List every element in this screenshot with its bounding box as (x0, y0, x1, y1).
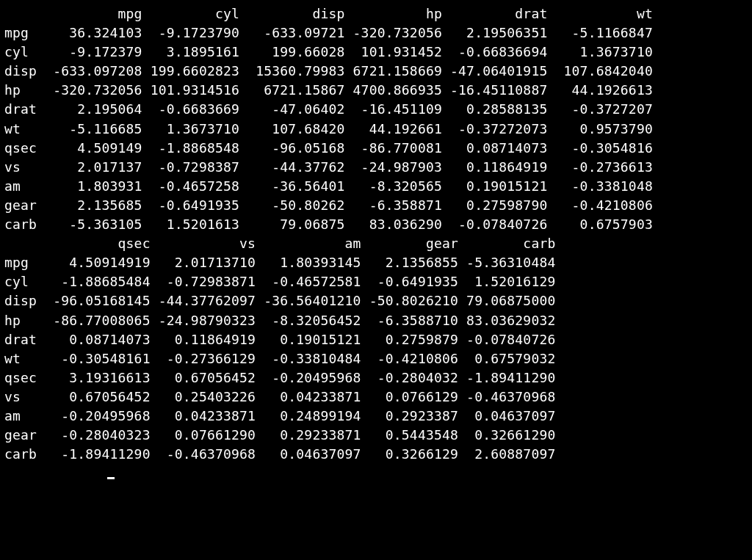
terminal-output: mpg cyl disp hp drat wt mpg 36.324103 -9… (0, 0, 752, 487)
covariance-table: mpg cyl disp hp drat wt mpg 36.324103 -9… (4, 4, 748, 464)
cursor-icon (107, 477, 115, 479)
